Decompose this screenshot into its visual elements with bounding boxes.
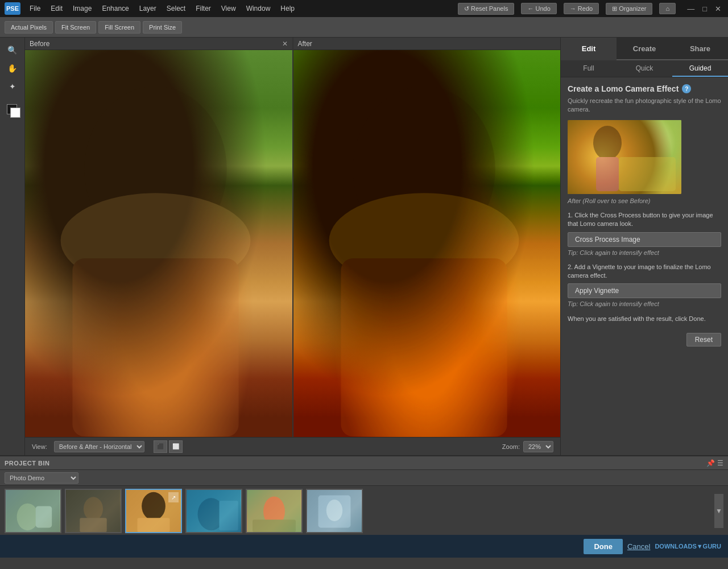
after-image-container [293, 50, 561, 437]
edit-subtabs: Full Quick Guided [561, 60, 728, 77]
menu-image[interactable]: Image [68, 3, 96, 14]
zoom-tool[interactable]: 🔍 [4, 42, 21, 58]
effect-preview-image [568, 120, 681, 194]
step1-label: 1. Click the Cross Process button to giv… [568, 211, 721, 229]
thumbnail-6[interactable] [306, 489, 363, 533]
thumbnail-1[interactable] [5, 489, 61, 533]
preview-caption: After (Roll over to see Before) [568, 197, 721, 204]
svg-point-26 [326, 500, 342, 521]
fit-screen-button[interactable]: Fit Screen [55, 21, 96, 34]
thumbnail-4[interactable] [185, 489, 242, 533]
zoom-section: Zoom: 22% [502, 441, 553, 452]
right-panel: Edit Create Share Full Quick Guided Crea… [560, 38, 728, 455]
thumb-img-4 [187, 490, 241, 532]
bin-controls: 📌 ☰ [706, 459, 723, 467]
status-bar: View: Before & After - Horizontal ⬛ ⬜ Zo… [25, 437, 560, 455]
view-label: View: [32, 443, 47, 450]
svg-rect-2 [72, 258, 238, 436]
before-photo [25, 50, 292, 437]
panel-content: Create a Lomo Camera Effect ? Quickly re… [561, 77, 728, 455]
view-horizontal-icon[interactable]: ⬛ [154, 440, 167, 453]
menu-layer[interactable]: Layer [135, 3, 161, 14]
close-button[interactable]: ✕ [713, 5, 723, 13]
toolbar: Actual Pixels Fit Screen Fill Screen Pri… [0, 17, 728, 38]
maximize-button[interactable]: □ [700, 5, 709, 13]
scroll-right-button[interactable]: ▼ [714, 494, 723, 528]
home-button[interactable]: ⌂ [659, 3, 676, 14]
after-panel: After [293, 38, 561, 437]
organizer-button[interactable]: ⊞ Organizer [606, 3, 652, 15]
before-label: Before ✕ [25, 38, 292, 50]
done-button[interactable]: Done [584, 539, 623, 554]
menu-select[interactable]: Select [162, 3, 190, 14]
project-bin-header: PROJECT BIN 📌 ☰ [0, 456, 728, 470]
bin-pin-button[interactable]: 📌 [706, 459, 715, 467]
menu-edit[interactable]: Edit [46, 3, 67, 14]
tab-share[interactable]: Share [672, 38, 728, 60]
svg-rect-8 [619, 157, 676, 191]
step2-label: 2. Add a Vignette to your image to final… [568, 263, 721, 281]
info-icon[interactable]: ? [682, 84, 691, 93]
svg-rect-5 [341, 258, 507, 436]
svg-rect-14 [80, 518, 106, 532]
subtab-full[interactable]: Full [561, 60, 617, 77]
before-after-container: Before ✕ [25, 38, 560, 437]
svg-rect-20 [219, 501, 238, 530]
window-controls: — □ ✕ [685, 5, 723, 13]
satisfaction-text: When you are satisfied with the result, … [568, 314, 721, 324]
thumbnail-2[interactable] [65, 489, 122, 533]
thumb-img-6 [307, 490, 362, 532]
menu-enhance[interactable]: Enhance [97, 3, 133, 14]
bin-menu-button[interactable]: ☰ [717, 459, 723, 467]
menu-help[interactable]: Help [276, 3, 299, 14]
before-panel: Before ✕ [25, 38, 293, 437]
actual-pixels-button[interactable]: Actual Pixels [5, 21, 53, 34]
thumbnails-area: ↗ [0, 486, 728, 536]
after-label: After [293, 38, 561, 50]
effect-title: Create a Lomo Camera Effect ? [568, 84, 721, 93]
title-actions: ↺ Reset Panels ← Undo → Redo ⊞ Organizer… [458, 3, 676, 15]
project-bin-toolbar: Photo Demo [0, 470, 728, 486]
thumbnail-5[interactable] [246, 489, 303, 533]
menu-filter[interactable]: Filter [191, 3, 216, 14]
app-logo: PSE [5, 2, 20, 15]
view-vertical-icon[interactable]: ⬜ [169, 440, 183, 453]
canvas-area: Before ✕ [25, 38, 560, 455]
redo-button[interactable]: → Redo [564, 3, 599, 14]
cancel-link[interactable]: Cancel [627, 542, 650, 551]
svg-point-10 [17, 504, 39, 530]
view-select[interactable]: Before & After - Horizontal [54, 441, 144, 452]
undo-button[interactable]: ← Undo [521, 3, 556, 14]
svg-rect-7 [596, 157, 619, 191]
tab-create[interactable]: Create [617, 38, 672, 60]
move-tool[interactable]: ✦ [4, 79, 21, 94]
print-size-button[interactable]: Print Size [143, 21, 182, 34]
menu-file[interactable]: File [25, 3, 45, 14]
subtab-quick[interactable]: Quick [617, 60, 672, 77]
color-tool[interactable] [4, 101, 21, 117]
watermark-bar: Done Cancel DOWNLOADS▼GURU [0, 535, 728, 558]
fill-screen-button[interactable]: Fill Screen [98, 21, 140, 34]
project-bin-label: PROJECT BIN [5, 460, 49, 467]
thumbnail-3[interactable]: ↗ [125, 489, 182, 533]
subtab-guided[interactable]: Guided [672, 60, 728, 77]
menu-view[interactable]: View [217, 3, 241, 14]
menu-window[interactable]: Window [242, 3, 275, 14]
zoom-select[interactable]: 22% [523, 441, 553, 452]
project-name-select[interactable]: Photo Demo [5, 472, 78, 484]
reset-button[interactable]: Reset [686, 333, 721, 347]
cross-process-button[interactable]: Cross Process Image [568, 232, 721, 247]
apply-vignette-button[interactable]: Apply Vignette [568, 283, 721, 298]
view-icons: ⬛ ⬜ [154, 440, 183, 453]
hand-tool[interactable]: ✋ [4, 60, 21, 76]
minimize-button[interactable]: — [685, 5, 697, 13]
menu-bar: File Edit Image Enhance Layer Select Fil… [25, 3, 453, 14]
title-bar: PSE File Edit Image Enhance Layer Select… [0, 0, 728, 17]
tab-edit[interactable]: Edit [561, 38, 617, 60]
svg-point-6 [593, 126, 622, 160]
reset-panels-button[interactable]: ↺ Reset Panels [458, 3, 515, 15]
close-before-button[interactable]: ✕ [282, 40, 288, 48]
before-image-container [25, 50, 292, 437]
effect-description: Quickly recreate the fun photographic st… [568, 97, 721, 114]
watermark-logo: DOWNLOADS▼GURU [655, 543, 721, 550]
